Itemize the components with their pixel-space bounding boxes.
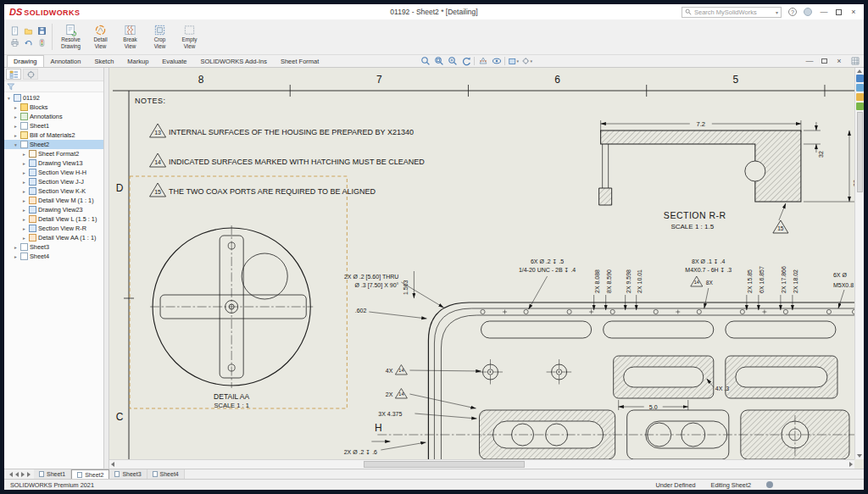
print-icon[interactable] (8, 37, 21, 49)
flag-14[interactable]: 14 (694, 280, 699, 286)
tab-markup[interactable]: Markup (120, 55, 155, 67)
dim-v1[interactable]: 2X 8.088 (594, 269, 600, 293)
tab-evaluate[interactable]: Evaluate (155, 55, 193, 67)
dim-right-line2[interactable]: M5X0.8 (833, 282, 854, 288)
view-settings-icon[interactable]: ▾ (521, 56, 532, 66)
featuremanager-tab-icon[interactable] (6, 69, 21, 80)
propertymanager-tab-icon[interactable] (23, 69, 38, 80)
empty-view-button[interactable]: Empty View (175, 20, 204, 53)
tree-item-root[interactable]: ▾01192 (4, 93, 103, 103)
break-view-button[interactable]: Break View (115, 20, 145, 53)
filter-funnel-icon[interactable] (7, 83, 15, 91)
section-flag[interactable]: 15 (777, 226, 784, 232)
maximize-button[interactable] (836, 9, 842, 15)
horizontal-scroll-thumb[interactable] (364, 461, 525, 468)
tree-item-sheet3[interactable]: ▸Sheet3 (4, 242, 103, 252)
dim-thru-line2[interactable]: Ø .3 [7.50] X 90° (355, 282, 399, 289)
tree-item-section-view-hh[interactable]: ▸Section View H-H (4, 168, 103, 177)
dim-50[interactable]: 5.0 (649, 404, 658, 410)
close-button[interactable]: × (849, 8, 859, 16)
tree-item-detail-view-aa[interactable]: ▸Detail View AA (1 : 1) (4, 233, 103, 242)
vertical-scrollbar[interactable] (854, 68, 864, 459)
dim-4375[interactable]: 3X 4.375 (378, 411, 402, 417)
section-view-scale[interactable]: SCALE 1 : 1.5 (670, 223, 714, 230)
vertical-scroll-thumb[interactable] (857, 112, 863, 192)
expand-icon[interactable]: ▸ (13, 245, 19, 250)
detail-view-title[interactable]: DETAIL AA (214, 392, 249, 401)
user-account-icon[interactable] (804, 8, 812, 16)
dim-2x[interactable]: 2X (386, 391, 393, 397)
search-input[interactable]: Search MySolidWorks ▾ (682, 7, 782, 18)
expand-icon[interactable]: ▸ (21, 226, 27, 231)
dim-tap6x-line1[interactable]: 6X Ø .2 ↧ .5 (531, 258, 564, 264)
expand-icon[interactable]: ▸ (21, 180, 27, 185)
doc-restore-icon[interactable] (821, 58, 827, 64)
tree-item-sheet-format2[interactable]: ▸Sheet Format2 (4, 149, 103, 158)
flag-14[interactable]: 14 (398, 392, 403, 397)
sheet-tab-sheet3[interactable]: Sheet3 (109, 469, 147, 479)
sheet-nav-buttons[interactable] (6, 469, 34, 479)
expand-icon[interactable]: ▸ (13, 105, 19, 110)
expand-icon[interactable]: ▸ (21, 198, 27, 203)
tab-sketch[interactable]: Sketch (87, 55, 120, 67)
previous-view-icon[interactable] (460, 56, 471, 66)
dim-v2[interactable]: 8X 8.590 (606, 269, 612, 293)
dim-tap2x-line1[interactable]: 2X Ø .2 ↧ .6 (344, 449, 377, 455)
rebuild-icon[interactable] (35, 37, 48, 49)
scroll-left-icon[interactable] (111, 462, 114, 467)
resolve-drawing-button[interactable]: Resolve Drawing (56, 20, 86, 53)
drawing-notes[interactable]: NOTES: 13 INTERNAL SURFACES OF THE HOUSI… (135, 97, 425, 197)
view-pane-icon[interactable] (856, 84, 864, 92)
drawing-view-main[interactable] (377, 303, 864, 469)
section-view-icon[interactable] (477, 56, 488, 66)
dim-v4[interactable]: 2X 10.01 (637, 269, 643, 293)
dim-7-2[interactable]: 7.2 (697, 120, 705, 128)
expand-icon[interactable]: ▸ (13, 124, 19, 129)
save-icon[interactable] (35, 25, 48, 37)
tree-item-sheet4[interactable]: ▸Sheet4 (4, 252, 103, 261)
zoom-area-icon[interactable] (433, 56, 444, 66)
tree-item-drawing-view23[interactable]: ▸Drawing View23 (4, 205, 103, 214)
sheet-tab-sheet4[interactable]: Sheet4 (147, 469, 185, 479)
prev-sheet-icon[interactable] (15, 472, 19, 477)
dim-1563[interactable]: 1.563 (403, 280, 409, 295)
dim-602[interactable]: .602 (355, 308, 367, 314)
tree-item-sheet2[interactable]: ▾Sheet2 (4, 140, 103, 149)
expand-icon[interactable]: ▸ (21, 208, 27, 213)
horizontal-scrollbar[interactable] (109, 459, 854, 469)
tree-item-section-view-rr[interactable]: ▸Section View R-R (4, 224, 103, 233)
expand-icon[interactable]: ▸ (13, 114, 19, 119)
tab-annotation[interactable]: Annotation (44, 55, 88, 67)
detail-view-scale[interactable]: SCALE 1 : 1 (214, 402, 249, 409)
note3-text[interactable]: THE TWO COAX PORTS ARE REQUIRED TO BE AL… (169, 187, 376, 196)
scroll-down-icon[interactable] (857, 454, 862, 458)
tab-drawing[interactable]: Drawing (7, 55, 44, 67)
note3-flag[interactable]: 15 (154, 190, 161, 196)
section-view-title[interactable]: SECTION R-R (664, 210, 726, 220)
zoom-in-out-icon[interactable] (447, 56, 458, 66)
view-pane-icon[interactable] (856, 103, 864, 110)
hide-show-items-icon[interactable] (491, 56, 502, 66)
note2-text[interactable]: INDICATED SURFACES MARKED WITH HATCHING … (169, 158, 425, 166)
zoom-fit-icon[interactable] (420, 56, 431, 66)
note2-flag[interactable]: 14 (154, 160, 161, 166)
tree-item-detail-view-l[interactable]: ▸Detail View L (1.5 : 1) (4, 214, 103, 224)
dim-4x[interactable]: 4X (386, 368, 393, 374)
detail-view-button[interactable]: Detail View (86, 20, 115, 53)
view-pane-icon[interactable] (856, 75, 864, 82)
expand-icon[interactable]: ▾ (13, 142, 19, 147)
expand-icon[interactable]: ▸ (21, 236, 27, 241)
open-file-icon[interactable] (21, 25, 35, 37)
note1-flag[interactable]: 13 (154, 130, 161, 136)
tab-sheet-format[interactable]: Sheet Format (274, 55, 326, 67)
detail-view-aa[interactable]: DETAIL AA SCALE 1 : 1 (150, 225, 313, 409)
tag-icon[interactable] (766, 481, 773, 488)
dim-tap8x-line2[interactable]: M4X0.7 - 6H ↧ .3 (685, 267, 732, 273)
dim-thru-line1[interactable]: 2X Ø .2 [5.60] THRU (344, 274, 398, 280)
dim-v3[interactable]: 2X 9.598 (626, 269, 632, 293)
view-pane-icon[interactable] (856, 93, 864, 101)
section-h-label[interactable]: H (375, 422, 382, 434)
display-style-icon[interactable]: ▾ (508, 56, 519, 66)
first-sheet-icon[interactable] (9, 472, 13, 477)
task-pane-grid-icon[interactable] (851, 57, 860, 65)
